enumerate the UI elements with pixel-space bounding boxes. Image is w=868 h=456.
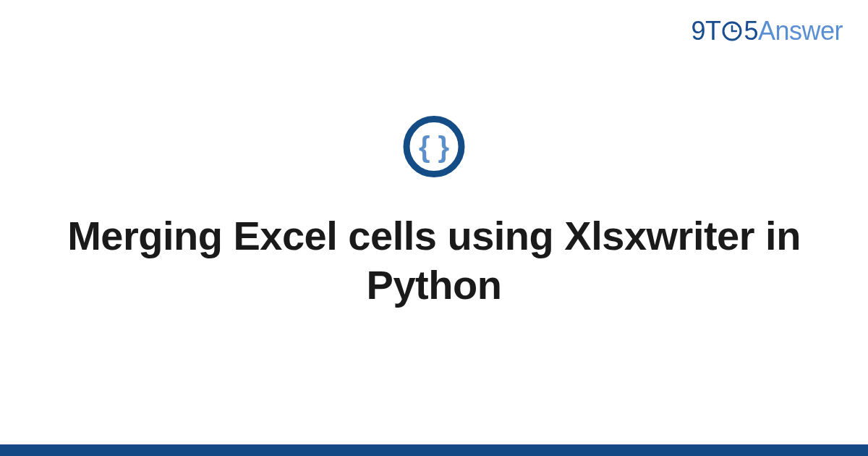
logo-text-five: 5 bbox=[744, 16, 758, 46]
logo-text-nine-t: 9T bbox=[691, 16, 720, 46]
logo-text-answer: Answer bbox=[758, 16, 843, 46]
curly-braces-badge-icon: { } bbox=[402, 115, 466, 179]
main-content: { } Merging Excel cells using Xlsxwriter… bbox=[0, 115, 868, 311]
svg-text:{ }: { } bbox=[419, 131, 449, 163]
page-title: Merging Excel cells using Xlsxwriter in … bbox=[0, 211, 868, 311]
clock-icon bbox=[721, 20, 743, 42]
site-logo: 9T 5 Answer bbox=[691, 16, 843, 46]
footer-accent-bar bbox=[0, 444, 868, 456]
